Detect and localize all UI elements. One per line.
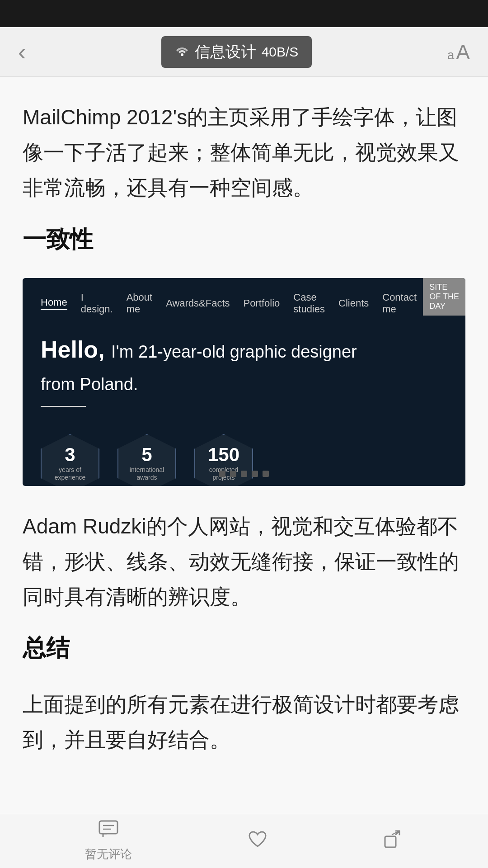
- dot-2: [230, 471, 236, 477]
- dot-5: [263, 471, 269, 477]
- website-nav-home: Home: [41, 297, 67, 310]
- status-bar: [0, 0, 488, 27]
- heart-button[interactable]: [248, 830, 267, 853]
- share-button[interactable]: [383, 829, 403, 854]
- website-badge-awards: 5 internationalawards: [117, 434, 176, 486]
- heading-consistency: 一致性: [23, 224, 465, 255]
- font-small-icon: a: [447, 48, 455, 62]
- dot-4: [252, 471, 258, 477]
- font-size-button[interactable]: a A: [447, 40, 470, 64]
- badge-years-label: years ofexperience: [55, 466, 86, 481]
- website-nav: Home I design. About me Awards&Facts Por…: [41, 292, 447, 315]
- heading-summary: 总结: [23, 632, 465, 664]
- website-screenshot: Home I design. About me Awards&Facts Por…: [23, 278, 465, 486]
- website-badge-years: 3 years ofexperience: [41, 434, 99, 486]
- website-nav-casestudies: Case studies: [293, 292, 325, 315]
- comment-icon: [99, 820, 118, 843]
- badge-awards-number: 5: [141, 445, 152, 464]
- paragraph-adam-rudzki: Adam Rudzki的个人网站，视觉和交互体验都不错，形状、线条、动效无缝衔接…: [23, 509, 465, 615]
- website-nav-contact: Contact me: [382, 292, 417, 315]
- share-icon: [383, 829, 403, 854]
- website-hero: Hello, I'm 21-year-old graphic designerf…: [41, 333, 447, 407]
- nav-title-container: 信息设计 40B/S: [161, 36, 312, 68]
- bottom-bar: 暂无评论: [0, 814, 488, 868]
- website-nav-portfolio: Portfolio: [244, 297, 280, 309]
- website-corner-badge: SITEOF THEDAY: [423, 278, 465, 316]
- back-button[interactable]: ‹: [18, 38, 26, 66]
- heart-icon: [248, 830, 267, 853]
- dot-1: [219, 471, 225, 477]
- badge-awards-label: internationalawards: [130, 466, 164, 481]
- website-nav-about: About me: [127, 292, 153, 315]
- comment-button[interactable]: 暂无评论: [85, 820, 132, 862]
- svg-rect-1: [99, 821, 117, 834]
- network-speed: 40B/S: [262, 44, 299, 60]
- badge-projects-number: 150: [208, 445, 239, 464]
- comment-label: 暂无评论: [85, 846, 132, 862]
- website-hello-text: Hello, I'm 21-year-old graphic designerf…: [41, 333, 447, 399]
- website-badge-projects: 150 completedprojects: [194, 434, 253, 486]
- badge-years-number: 3: [65, 445, 75, 464]
- paragraph-mailchimp: MailChimp 2012's的主页采用了手绘字体，让图像一下子活了起来；整体…: [23, 99, 465, 206]
- font-large-icon: A: [456, 40, 470, 64]
- website-nav-clients: Clients: [338, 297, 369, 309]
- website-divider: [41, 406, 86, 407]
- website-nav-awards: Awards&Facts: [166, 297, 230, 309]
- article-content: MailChimp 2012's的主页采用了手绘字体，让图像一下子活了起来；整体…: [0, 77, 488, 868]
- website-screenshot-container: Home I design. About me Awards&Facts Por…: [23, 278, 465, 486]
- nav-bar: ‹ 信息设计 40B/S a A: [0, 27, 488, 77]
- wifi-icon: [175, 43, 189, 60]
- dot-3: [241, 471, 247, 477]
- website-nav-design: I design.: [81, 292, 113, 315]
- svg-rect-4: [385, 836, 396, 847]
- website-bottom-dots: [219, 471, 269, 477]
- website-badges: 3 years ofexperience 5 internationalawar…: [41, 434, 447, 486]
- paragraph-summary: 上面提到的所有元素在进行极简设计时都要考虑到，并且要自好结合。: [23, 687, 465, 757]
- website-subtitle: I'm 21-year-old graphic designerfrom Pol…: [41, 342, 357, 394]
- nav-title: 信息设计: [195, 42, 256, 62]
- svg-point-0: [181, 53, 183, 56]
